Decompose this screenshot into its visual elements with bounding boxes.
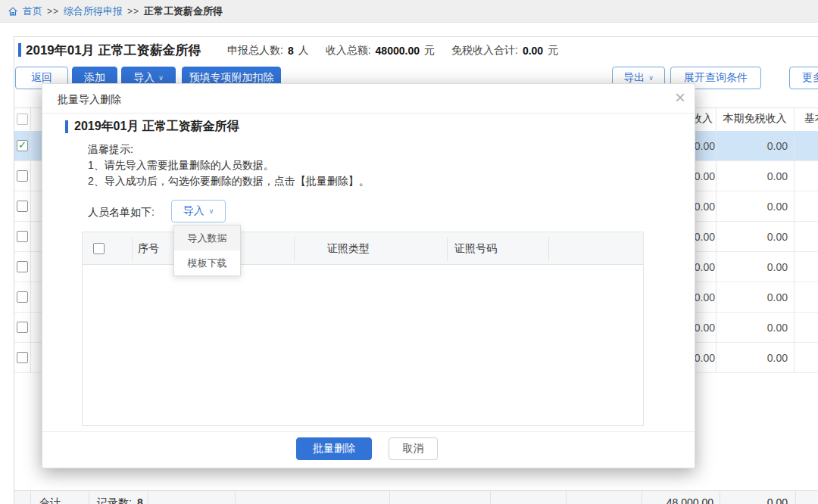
card-border: [14, 36, 818, 37]
select-all-checkbox[interactable]: [17, 114, 28, 125]
cell-tax-free: 0.00: [694, 201, 788, 213]
import-dropdown-menu: 导入数据 模板下载: [173, 225, 241, 276]
cell-tax-free: 0.00: [694, 170, 788, 182]
column-border: [447, 237, 448, 261]
dialog-table-header: 序号 证照类型 证照号码: [82, 232, 644, 265]
column-border: [30, 107, 31, 373]
column-header-tax-free: 本期免税收入: [716, 112, 794, 126]
cell-border: [89, 491, 89, 504]
batch-delete-button[interactable]: 批量删除: [296, 437, 372, 460]
row-checkbox[interactable]: [17, 322, 28, 333]
stat-value: 8: [288, 45, 294, 57]
column-header-seq: 序号: [138, 242, 159, 256]
column-header-id-number: 证照号码: [454, 242, 497, 256]
menu-item-template-download[interactable]: 模板下载: [174, 250, 240, 275]
home-icon[interactable]: [8, 6, 18, 17]
close-icon[interactable]: ×: [675, 87, 685, 109]
cell-tax-free: 0.00: [694, 352, 788, 364]
breadcrumb-level1[interactable]: 综合所得申报: [64, 5, 123, 18]
chevron-down-icon: ∨: [648, 75, 654, 82]
stat-unit: 元: [424, 44, 435, 58]
batch-import-delete-dialog: 批量导入删除 × 2019年01月 正常工资薪金所得 温馨提示: 1、请先导入需…: [42, 83, 695, 468]
column-border: [548, 237, 549, 261]
cell-border: [389, 491, 390, 504]
chevron-down-icon: ∨: [209, 208, 214, 215]
divider: [42, 431, 695, 432]
summary-records-label: 记录数:: [97, 496, 132, 504]
dialog-title: 批量导入删除: [58, 93, 121, 107]
tip-line-1: 1、请先导入需要批量删除的人员数据。: [88, 159, 274, 173]
summary-row: 合计 记录数: 8 48,000.00 0.00: [14, 490, 818, 504]
stat-value: 0.00: [523, 45, 543, 57]
cell-tax-free: 0.00: [694, 261, 788, 273]
column-border: [132, 237, 133, 261]
stat-label: 申报总人数:: [227, 44, 283, 58]
row-checkbox-checked[interactable]: [17, 140, 28, 151]
dialog-section-title: 2019年01月 正常工资薪金所得: [74, 119, 239, 135]
dialog-select-all-checkbox[interactable]: [93, 243, 105, 254]
breadcrumb-home[interactable]: 首页: [23, 5, 42, 18]
breadcrumb-separator: >>: [127, 6, 139, 17]
more-actions-button[interactable]: 更多操作: [789, 67, 818, 89]
breadcrumb-separator: >>: [47, 6, 59, 17]
dialog-import-dropdown-button[interactable]: 导入 ∨: [171, 200, 226, 222]
cell-tax-free: 0.00: [694, 322, 788, 334]
menu-item-import-data[interactable]: 导入数据: [174, 226, 240, 250]
row-checkbox[interactable]: [17, 291, 28, 303]
cell-border: [490, 491, 491, 504]
row-checkbox[interactable]: [17, 170, 28, 182]
title-accent-bar: [18, 43, 21, 57]
dialog-table-body-empty: [82, 265, 644, 426]
summary-tax-free-total: 0.00: [694, 496, 788, 504]
stat-label: 免税收入合计:: [451, 44, 518, 58]
column-header-basic: 基本: [804, 112, 818, 126]
stat-unit: 元: [548, 44, 558, 58]
row-checkbox[interactable]: [17, 352, 28, 363]
cancel-button[interactable]: 取消: [389, 437, 438, 460]
stat-unit: 人: [298, 44, 309, 58]
cell-tax-free: 0.00: [694, 231, 788, 243]
summary-total-label: 合计: [39, 496, 61, 504]
row-checkbox[interactable]: [17, 201, 28, 212]
row-checkbox[interactable]: [17, 261, 28, 272]
cell-border: [148, 491, 148, 504]
stat-value: 48000.00: [376, 45, 420, 57]
roster-label: 人员名单如下:: [88, 206, 155, 219]
section-accent-bar: [65, 120, 68, 133]
column-border: [294, 237, 295, 261]
breadcrumb-current: 正常工资薪金所得: [144, 5, 223, 18]
page-stats: 申报总人数: 8 人 收入总额: 48000.00 元 免税收入合计: 0.00…: [227, 44, 558, 58]
column-border: [716, 107, 717, 373]
cell-border: [566, 491, 567, 504]
summary-records-value: 8: [137, 496, 143, 504]
screen: 首页 >> 综合所得申报 >> 正常工资薪金所得 2019年01月 正常工资薪金…: [0, 0, 818, 504]
row-checkbox[interactable]: [17, 231, 28, 242]
cell-border: [795, 491, 796, 504]
column-header-id-type: 证照类型: [327, 242, 370, 256]
column-border: [794, 107, 795, 373]
stat-label: 收入总额:: [326, 44, 371, 58]
cell-tax-free: 0.00: [694, 291, 788, 303]
cell-tax-free: 0.00: [694, 140, 788, 152]
chevron-down-icon: ∨: [158, 75, 164, 82]
tips-title: 温馨提示:: [88, 143, 133, 157]
cell-border: [30, 491, 31, 504]
breadcrumb: 首页 >> 综合所得申报 >> 正常工资薪金所得: [0, 0, 818, 23]
cell-border: [235, 491, 236, 504]
page-title: 2019年01月 正常工资薪金所得: [26, 42, 201, 59]
divider: [42, 113, 695, 114]
tip-line-2: 2、导入成功后，勾选你要删除的数据，点击【批量删除】。: [88, 175, 370, 188]
